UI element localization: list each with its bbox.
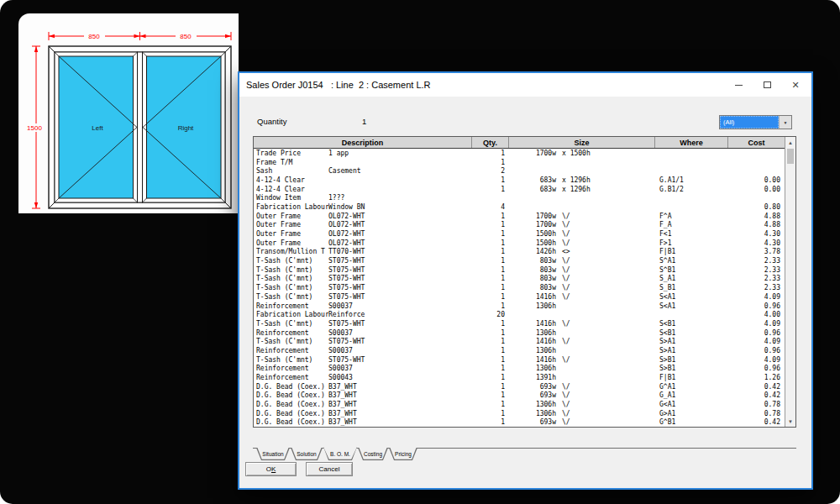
table-row[interactable]: ReinforcementS0003711306hS>B10.96 (254, 365, 785, 374)
table-row[interactable]: Window Item1??? (254, 193, 785, 202)
table-row[interactable]: ReinforcementS0003711306hS<B10.96 (254, 328, 785, 338)
combobox-dropdown-button[interactable]: ▼ (779, 116, 791, 129)
table-scrollbar[interactable]: ▲ ▼ (785, 137, 795, 427)
cancel-button[interactable]: Cancel (306, 462, 353, 476)
cell-n: T-Sash (C'mnt) (254, 293, 328, 301)
cell-w: S_B1 (655, 284, 728, 291)
cell-n: Outer Frame (254, 213, 328, 220)
table-row[interactable]: D.G. Bead (Coex.)B37_WHT1693w\/G^A10.42 (254, 382, 785, 391)
cell-t: 4.88 (728, 221, 785, 228)
cell-c: OL072-WHT (328, 239, 472, 247)
table-row[interactable]: D.G. Bead (Coex.)B37_WHT1693w\/G^B10.42 (254, 418, 785, 427)
table-row[interactable]: Outer FrameOL072-WHT11500h\/F>14.30 (254, 239, 785, 248)
cell-q: 20 (472, 311, 509, 318)
cell-w: G>A1 (655, 410, 728, 417)
table-row[interactable]: Outer FrameOL072-WHT11700w\/F^A4.88 (254, 212, 785, 221)
cell-n: Reinforcement (254, 329, 328, 337)
table-row[interactable]: Outer FrameOL072-WHT11700w\/F_A4.88 (254, 221, 785, 230)
cell-e: \/ (556, 275, 655, 282)
table-row[interactable]: 4-12-4 Clear1683wx 1296hG.B1/20.00 (254, 185, 785, 194)
cell-w: F<1 (655, 230, 728, 238)
cell-n: T-Sash (C'mnt) (254, 356, 328, 364)
table-row[interactable]: D.G. Bead (Coex.)B37_WHT1693w\/G_A10.42 (254, 391, 785, 401)
ok-button[interactable]: OK (245, 462, 297, 476)
table-row[interactable]: Fabrication LabourReinforce204.00 (254, 310, 785, 319)
cell-d: 693w (509, 383, 556, 391)
scrollbar-thumb[interactable] (787, 149, 794, 164)
table-row[interactable]: T-Sash (C'mnt)ST075-WHT1803w\/S^B12.33 (254, 265, 785, 275)
table-row[interactable]: Outer FrameOL072-WHT11500h\/F<14.30 (254, 229, 785, 239)
column-header-size[interactable]: Size (509, 137, 655, 148)
cell-d: 1306h (509, 410, 556, 417)
close-icon: ✕ (791, 81, 799, 90)
tab-b-o-m[interactable]: B. O. M. (323, 447, 357, 460)
table-row[interactable]: T-Sash (C'mnt)ST075-WHT11416h\/S<B14.09 (254, 319, 785, 328)
cell-n: T-Sash (C'mnt) (254, 257, 328, 265)
filter-combobox[interactable]: (All) ▼ (719, 115, 792, 129)
cell-c: ST075-WHT (328, 266, 472, 274)
table-row[interactable]: T-Sash (C'mnt)ST075-WHT1803w\/S^A12.33 (254, 256, 785, 265)
table-row[interactable]: ReinforcementS0003711306hS<A10.96 (254, 302, 785, 311)
table-row[interactable]: T-Sash (C'mnt)ST075-WHT1803w\/S_A12.33 (254, 275, 785, 284)
maximize-button[interactable] (753, 73, 781, 97)
cell-n: D.G. Bead (Coex.) (254, 401, 328, 408)
cell-w: S>A1 (655, 338, 728, 345)
cell-n: Sash (254, 167, 328, 175)
table-row[interactable]: Transom/Mullion TTT070-WHT11426h<>F|B13.… (254, 248, 785, 257)
cell-q: 1 (472, 338, 509, 345)
quantity-label: Quantity (257, 117, 286, 126)
dim-height-label: 1500 (27, 124, 42, 132)
cell-q: 1 (472, 176, 509, 184)
cell-c: OL072-WHT (328, 230, 472, 238)
cell-e: x 1296h (556, 176, 655, 184)
table-row[interactable]: ReinforcementS0003711306hS>A10.96 (254, 346, 785, 355)
cell-n: 4-12-4 Clear (254, 176, 328, 184)
cell-q: 1 (472, 347, 509, 354)
tab-situation[interactable]: Situation (256, 448, 290, 460)
cell-w: S>B1 (655, 356, 728, 364)
cell-t: 2.33 (728, 257, 785, 265)
cell-c: Window BN (328, 203, 472, 211)
cell-n: Fabrication Labour (254, 311, 328, 318)
tab-pricing[interactable]: Pricing (389, 448, 417, 460)
filter-selected-value: (All) (720, 116, 779, 129)
sales-order-dialog: Sales Order J0154 : Line 2 : Casement L.… (238, 71, 813, 490)
cell-c: ST075-WHT (328, 275, 472, 282)
cell-q: 1 (472, 213, 509, 220)
table-row[interactable]: Fabrication LabourWindow BN40.80 (254, 202, 785, 212)
minimize-button[interactable] (724, 73, 753, 97)
cell-q: 1 (472, 365, 509, 372)
table-row[interactable]: T-Sash (C'mnt)ST075-WHT11416h\/S>B14.09 (254, 355, 785, 365)
cell-d: 1306h (509, 365, 556, 372)
cell-e: \/ (556, 239, 655, 247)
scroll-down-icon[interactable]: ▼ (785, 416, 795, 427)
cell-q: 1 (472, 418, 509, 426)
table-row[interactable]: SashCasement2 (254, 166, 785, 176)
table-row[interactable]: ReinforcementS0004311391hF|B11.26 (254, 373, 785, 382)
scroll-up-icon[interactable]: ▲ (785, 137, 795, 148)
table-row[interactable]: T-Sash (C'mnt)ST075-WHT1803w\/S_B12.33 (254, 283, 785, 292)
table-row[interactable]: 4-12-4 Clear1683wx 1296hG.A1/10.00 (254, 176, 785, 185)
tab-label: Solution (291, 448, 323, 460)
table-row[interactable]: D.G. Bead (Coex.)B37_WHT11306h\/G<A10.78 (254, 400, 785, 409)
close-button[interactable]: ✕ (781, 73, 810, 97)
cell-q: 1 (472, 320, 509, 328)
column-header-cost[interactable]: Cost (728, 137, 785, 148)
tab-costing[interactable]: Costing (358, 448, 388, 460)
cell-c: ST075-WHT (328, 338, 472, 345)
table-row[interactable]: T-Sash (C'mnt)ST075-WHT11416h\/S>A14.09 (254, 337, 785, 346)
table-row[interactable]: Frame T/M1 (254, 158, 785, 167)
cell-d: 1700w (509, 150, 556, 157)
column-header-where[interactable]: Where (655, 137, 728, 148)
table-row[interactable]: Trade Price1 app11700wx 1500h (254, 149, 785, 158)
cell-q: 1 (472, 239, 509, 247)
cell-w: G<A1 (655, 401, 728, 408)
table-row[interactable]: T-Sash (C'mnt)ST075-WHT11416h\/S<A14.09 (254, 292, 785, 302)
column-header-description[interactable]: Description (254, 137, 472, 148)
tab-solution[interactable]: Solution (291, 448, 323, 460)
cell-d: 1700w (509, 213, 556, 220)
cell-q: 1 (472, 230, 509, 238)
column-header-qty[interactable]: Qty. (472, 137, 509, 148)
cell-c: ST075-WHT (328, 356, 472, 364)
table-row[interactable]: D.G. Bead (Coex.)B37_WHT11306h\/G>A10.78 (254, 409, 785, 418)
